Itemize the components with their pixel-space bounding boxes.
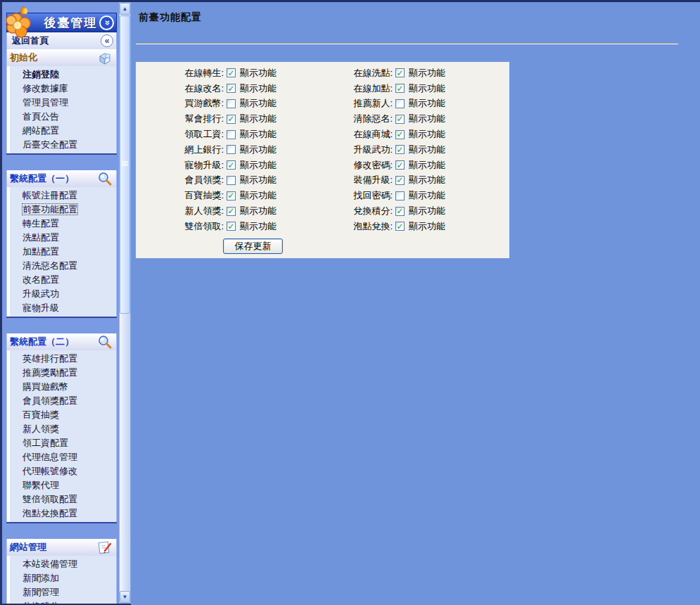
feature-checkbox[interactable] [227,145,236,154]
sidebar-item[interactable]: 帳號注冊配置 [7,189,116,203]
checkbox-caption: 顯示功能 [409,82,445,95]
title-divider [136,43,678,44]
feature-checkbox[interactable]: ✓ [227,191,236,200]
scrollbar-thumb[interactable] [120,15,130,314]
feature-checkbox[interactable] [227,176,236,185]
checkbox-caption: 顯示功能 [409,128,445,141]
sidebar-item[interactable]: 管理員管理 [7,96,116,110]
section-items: 注銷登陸修改數據庫管理員管理首頁公告網站配置后臺安全配置 [6,66,117,153]
feature-checkbox[interactable] [395,99,405,108]
sidebar-item[interactable]: 新聞添加 [7,571,116,585]
sidebar-item[interactable]: 升級武功 [7,287,116,301]
sidebar-item[interactable]: 改名配置 [7,273,116,287]
sidebar-item[interactable]: 寵物升級 [7,301,116,315]
feature-cell: 新人領獎:✓顯示功能 [136,205,305,217]
chevron-double-left-icon[interactable]: « [101,34,113,47]
sidebar-item[interactable]: 洗點配置 [7,231,116,245]
section-title: 網站管理 [7,541,46,554]
section-header[interactable]: 網站管理 [6,539,117,556]
feature-checkbox[interactable]: ✓ [227,115,236,124]
magnifier-icon [97,171,113,186]
feature-label: 買游戲幣: [136,97,224,110]
chevron-double-down-icon[interactable]: « [99,15,114,30]
sidebar-titlebar: 後臺管理 « [6,13,117,32]
sidebar-item[interactable]: 本站裝備管理 [7,557,116,571]
sidebar-scrollbar[interactable]: ▲ ▼ [119,2,131,604]
feature-checkbox[interactable]: ✓ [227,160,236,170]
section-header[interactable]: 初始化 [6,49,117,66]
feature-checkbox[interactable] [395,191,405,200]
feature-checkbox[interactable]: ✓ [395,176,405,185]
sidebar-item[interactable]: 會員領獎配置 [7,394,116,408]
feature-checkbox[interactable]: ✓ [395,115,405,124]
sidebar-item[interactable]: 代理帳號修改 [7,464,116,478]
feature-config-panel: 在線轉生:✓顯示功能在線洗點:✓顯示功能在線改名:✓顯示功能在線加點:✓顯示功能… [136,62,509,258]
feature-cell: 會員領獎:顯示功能 [136,174,305,186]
checkbox-caption: 顯示功能 [240,174,276,186]
feature-cell: 兌換積分:✓顯示功能 [305,205,488,217]
sidebar-item[interactable]: 網站配置 [7,124,116,138]
feature-label: 網上銀行: [136,144,224,156]
feature-checkbox[interactable]: ✓ [395,145,405,154]
checkbox-caption: 顯示功能 [409,97,445,110]
checkbox-caption: 顯示功能 [409,159,445,172]
feature-cell: 網上銀行:顯示功能 [136,144,305,156]
feature-checkbox[interactable]: ✓ [395,68,405,77]
section-header[interactable]: 繫統配置（二） [6,333,117,350]
sidebar-item[interactable]: 百寶抽獎 [7,408,116,422]
sidebar-item[interactable]: 轉生配置 [7,217,116,231]
section-header[interactable]: 繫統配置（一） [6,170,117,187]
feature-checkbox[interactable]: ✓ [227,68,236,77]
feature-cell: 找回密碼:顯示功能 [305,189,488,202]
sidebar-item[interactable]: 推薦獎勵配置 [7,366,116,380]
checkbox-caption: 顯示功能 [240,205,276,217]
scroll-up-icon[interactable]: ▲ [120,3,130,15]
sidebar-item[interactable]: 英雄排行配置 [7,352,116,366]
feature-row: 百寶抽獎:✓顯示功能找回密碼:顯示功能 [136,188,509,203]
sidebar-item[interactable]: 領工資配置 [7,436,116,450]
sidebar-item[interactable]: 前臺功能配置 [7,203,116,217]
feature-label: 找回密碼: [305,189,393,202]
sidebar-item[interactable]: 注銷登陸 [7,68,116,82]
feature-checkbox[interactable]: ✓ [395,222,405,231]
checkbox-caption: 顯示功能 [240,113,276,125]
sidebar-item[interactable]: 新人領獎 [7,422,116,436]
scroll-down-icon[interactable]: ▼ [120,591,130,603]
checkbox-caption: 顯示功能 [240,97,276,110]
checkbox-caption: 顯示功能 [240,82,276,95]
feature-row: 在線轉生:✓顯示功能在線洗點:✓顯示功能 [136,65,509,81]
feature-checkbox[interactable]: ✓ [227,84,236,93]
feature-checkbox[interactable]: ✓ [395,207,405,216]
sidebar-section: 繫統配置（一）帳號注冊配置前臺功能配置轉生配置洗點配置加點配置清洗惡名配置改名配… [6,170,117,318]
sidebar-item[interactable]: 新聞管理 [7,585,116,599]
sidebar-item[interactable]: 雙倍領取配置 [7,492,116,507]
feature-label: 修改密碼: [305,159,393,172]
sidebar-section: 網站管理本站裝備管理新聞添加新聞管理兌換積分裝備升級 [6,539,117,605]
feature-row: 會員領獎:顯示功能裝備升級:✓顯示功能 [136,173,509,189]
feature-cell: 在線改名:✓顯示功能 [136,82,305,95]
sidebar-item[interactable]: 修改數據庫 [7,82,116,96]
page-title: 前臺功能配置 [139,11,202,24]
sidebar-item[interactable]: 代理信息管理 [7,450,116,464]
feature-label: 領取工資: [136,128,224,141]
sidebar-item[interactable]: 清洗惡名配置 [7,259,116,273]
feature-checkbox[interactable]: ✓ [395,84,405,93]
sidebar-item[interactable]: 首頁公告 [7,110,116,124]
feature-checkbox[interactable]: ✓ [395,160,405,170]
save-button[interactable]: 保存更新 [223,238,283,254]
feature-checkbox[interactable] [227,130,236,139]
sidebar-item[interactable]: 聯繫代理 [7,478,116,492]
sidebar-item[interactable]: 購買遊戲幣 [7,380,116,394]
feature-row: 新人領獎:✓顯示功能兌換積分:✓顯示功能 [136,203,509,219]
feature-checkbox[interactable]: ✓ [395,130,405,139]
feature-checkbox[interactable] [227,99,236,108]
feature-checkbox[interactable]: ✓ [227,207,236,216]
feature-cell: 在線加點:✓顯示功能 [305,82,488,95]
sidebar-item[interactable]: 泡點兌換配置 [7,507,116,521]
feature-cell: 裝備升級:✓顯示功能 [305,174,488,186]
sidebar-item[interactable]: 加點配置 [7,245,116,259]
sidebar-item[interactable]: 兌換積分 [7,599,116,605]
sidebar: 後臺管理 « 返回首頁 « 初始化注銷登陸修改數據庫管理員管理首頁公告網站配置后… [0,0,131,605]
feature-checkbox[interactable]: ✓ [227,222,236,231]
sidebar-item[interactable]: 后臺安全配置 [7,138,116,152]
